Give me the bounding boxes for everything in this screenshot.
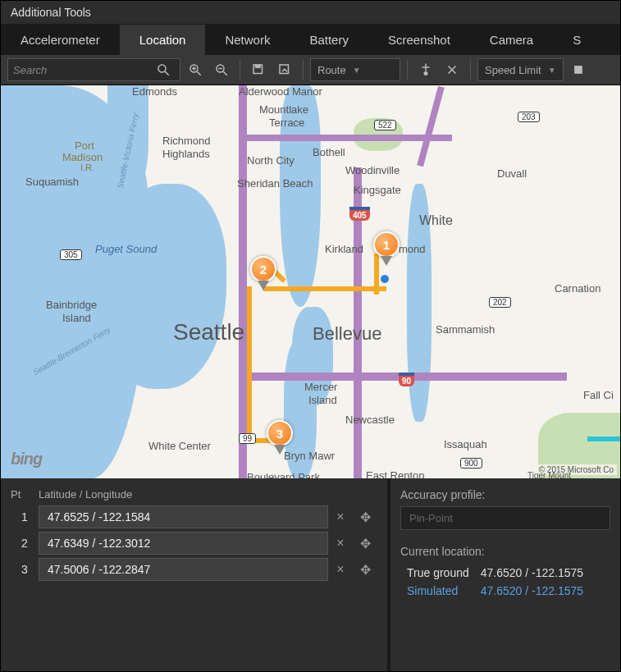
map-pin-1[interactable]: 1	[373, 231, 400, 266]
label-island: Island	[62, 312, 91, 324]
label-alderwood: Alderwood Manor	[239, 85, 322, 98]
tab-screenshot[interactable]: Screenshot	[368, 25, 470, 55]
hwy-522: 522	[374, 120, 396, 130]
svg-line-5	[197, 71, 201, 75]
move-point-icon[interactable]: ✥	[353, 558, 377, 581]
label-boulevard: Boulevard Park	[247, 471, 320, 478]
tab-bar: Accelerometer Location Network Battery S…	[1, 25, 620, 55]
play-icon[interactable]	[567, 58, 590, 81]
label-portmadison3: I.R.	[80, 162, 94, 172]
hwy-99: 99	[239, 433, 256, 444]
point-row: 3 47.5006 / -122.2847 × ✥	[11, 558, 377, 581]
svg-point-0	[158, 65, 166, 72]
shield-405: 405	[349, 207, 370, 221]
point-row: 1 47.6525 / -122.1584 × ✥	[11, 505, 377, 528]
label-bellevue: Bellevue	[313, 323, 381, 345]
true-ground-label: True ground	[402, 565, 474, 581]
label-carnation: Carnation	[555, 282, 600, 295]
save-points-icon[interactable]	[247, 58, 270, 81]
point-value[interactable]: 47.5006 / -122.2847	[39, 558, 328, 581]
map-pin-2[interactable]: 2	[250, 256, 276, 290]
simulated-label: Simulated	[402, 583, 474, 599]
svg-point-12	[424, 71, 428, 75]
add-pin-icon[interactable]	[414, 58, 437, 81]
tab-location[interactable]: Location	[120, 25, 206, 55]
move-point-icon[interactable]: ✥	[353, 532, 377, 555]
svg-rect-10	[255, 65, 260, 68]
separator	[470, 60, 471, 80]
toolbar: Route ▼ Speed Limit ▼	[1, 55, 620, 85]
label-portmadison2: Madison	[62, 151, 103, 163]
map-pin-3[interactable]: 3	[267, 420, 293, 455]
hwy-305: 305	[60, 249, 82, 260]
point-row: 2 47.6349 / -122.3012 × ✥	[11, 532, 377, 555]
point-number: 2	[11, 537, 39, 550]
tab-battery[interactable]: Battery	[290, 25, 368, 55]
label-edmonds: Edmonds	[132, 85, 177, 98]
label-whitecenter: White Center	[148, 440, 211, 452]
label-northcity: North City	[247, 154, 295, 167]
point-value[interactable]: 47.6349 / -122.3012	[39, 532, 328, 555]
speed-limit-dropdown[interactable]: Speed Limit ▼	[477, 58, 564, 81]
tab-camera[interactable]: Camera	[470, 25, 553, 55]
search-input[interactable]	[13, 64, 152, 76]
svg-line-1	[165, 71, 169, 75]
simulated-value: 47.6520 / -122.1575	[476, 583, 588, 599]
bing-logo: bing	[11, 450, 42, 469]
app-root: Additional Tools Accelerometer Location …	[0, 0, 621, 672]
svg-line-8	[223, 71, 227, 75]
label-sheridan: Sheridan Beach	[237, 177, 313, 190]
label-woodinville: Woodinville	[345, 164, 400, 176]
zoom-in-icon[interactable]	[184, 58, 207, 81]
pin-number: 3	[267, 420, 293, 446]
label-newcastle: Newcastle	[345, 414, 395, 426]
bottom-panels: Pt Latitude / Longitude 1 47.6525 / -122…	[1, 478, 620, 671]
accuracy-label: Accuracy profile:	[400, 488, 610, 501]
hwy-202: 202	[489, 297, 511, 308]
point-value[interactable]: 47.6525 / -122.1584	[39, 505, 328, 528]
label-kirkland: Kirkland	[325, 243, 363, 255]
remove-pin-icon[interactable]	[441, 58, 463, 81]
accuracy-dropdown[interactable]: Pin-Point	[400, 506, 610, 530]
label-mountlake: Mountlake	[259, 103, 308, 116]
shield-90: 90	[399, 373, 414, 386]
col-pt: Pt	[11, 488, 39, 501]
delete-point-icon[interactable]: ×	[328, 532, 353, 555]
label-richmond: Richmond	[162, 135, 211, 147]
chevron-down-icon: ▼	[548, 66, 556, 75]
delete-point-icon[interactable]: ×	[328, 505, 353, 528]
map-canvas[interactable]: Seattle Bellevue Edmonds Alderwood Manor…	[1, 85, 620, 478]
tab-accelerometer[interactable]: Accelerometer	[1, 25, 120, 55]
chevron-down-icon: ▼	[353, 66, 361, 75]
label-kingsgate: Kingsgate	[354, 184, 401, 196]
hwy-203: 203	[518, 112, 540, 122]
label-duvall: Duvall	[497, 167, 527, 180]
pin-number: 1	[373, 231, 400, 258]
tab-network[interactable]: Network	[205, 25, 290, 55]
label-bothell: Bothell	[313, 146, 345, 158]
load-points-icon[interactable]	[273, 58, 296, 81]
speed-limit-label: Speed Limit	[485, 64, 541, 76]
map-attrib2: Tiger Mount	[527, 471, 571, 478]
pin-number: 2	[250, 256, 276, 282]
true-ground-value: 47.6520 / -122.1575	[476, 565, 588, 581]
label-highlands: Highlands	[162, 148, 210, 160]
label-issaquah: Issaquah	[444, 438, 487, 450]
separator	[407, 60, 408, 80]
delete-point-icon[interactable]: ×	[328, 558, 353, 581]
scale-bar	[587, 437, 620, 441]
label-pugetsound: Puget Sound	[95, 243, 157, 255]
location-table: True ground 47.6520 / -122.1575 Simulate…	[400, 563, 590, 601]
search-icon[interactable]	[152, 58, 175, 81]
label-sammamish: Sammamish	[436, 323, 495, 336]
label-fallcity: Fall Ci	[583, 389, 614, 401]
tab-more[interactable]: S	[553, 25, 600, 55]
label-portmadison: Port	[75, 139, 94, 152]
zoom-out-icon[interactable]	[210, 58, 233, 81]
route-dropdown[interactable]: Route ▼	[310, 58, 400, 81]
move-point-icon[interactable]: ✥	[353, 505, 377, 528]
label-white: White	[419, 213, 453, 228]
current-location-dot	[380, 274, 390, 284]
label-eastrenton: East Renton	[366, 469, 425, 478]
hwy-900: 900	[460, 458, 482, 469]
